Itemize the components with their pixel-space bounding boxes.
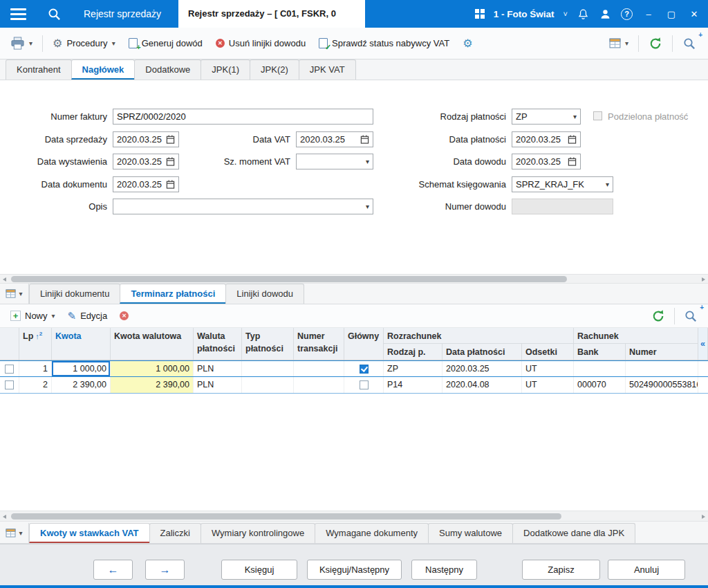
tab-dodatkowe-dane-jpk[interactable]: Dodatkowe dane dla JPK [512,523,635,543]
bottom-view-menu-button[interactable]: ▾ [0,523,29,543]
document-tab[interactable]: Rejestr sprzedaży – [ C01, FSKR, 0 [178,0,365,28]
tab-dodatkowe[interactable]: Dodatkowe [134,59,201,80]
header-bank[interactable]: Bank [574,344,626,360]
sz-moment-vat-select[interactable]: ▾ [296,154,373,169]
cell-rodzaj-p[interactable]: ZP [384,361,442,376]
header-lp[interactable]: Lp↑2 [19,328,52,360]
detail-view-menu-button[interactable]: ▾ [0,284,29,304]
search-plus-button[interactable]: + [679,34,700,53]
scrollbar-thumb[interactable] [11,276,567,282]
header-kwota[interactable]: Kwota [52,328,111,360]
previous-record-button[interactable]: ← [93,560,133,580]
header-odsetki[interactable]: Odsetki [522,344,574,360]
cell-numer-transakcji[interactable] [294,361,344,376]
cell-typ[interactable] [242,377,294,393]
data-dokumentu-datepicker[interactable]: 2020.03.25 [113,176,179,192]
header-numer-transakcji[interactable]: Numer transakcji [294,328,344,360]
data-vat-datepicker[interactable]: 2020.03.25 [296,131,373,147]
cell-typ[interactable] [242,361,294,376]
rodzaj-platnosci-select[interactable]: ZP ▾ [512,109,581,125]
tab-kontrahent[interactable]: Kontrahent [6,59,72,80]
glowny-checkbox[interactable] [360,365,369,374]
cell-numer-transakcji[interactable] [294,377,344,393]
header-waluta-platnosci[interactable]: Waluta płatności [194,328,242,360]
tab-zaliczki[interactable]: Zaliczki [149,523,201,543]
tab-wymiary-kontrolingowe[interactable]: Wymiary kontrolingowe [201,523,315,543]
glowny-checkbox[interactable] [360,380,369,389]
cell-glowny[interactable] [344,361,384,376]
tab-wymagane-dokumenty[interactable]: Wymagane dokumenty [315,523,429,543]
cell-select[interactable] [0,361,19,376]
header-group-rachunek[interactable]: Rachunek [574,328,698,344]
grid-refresh-button[interactable] [648,306,669,326]
scroll-left-arrow[interactable] [0,275,10,284]
scroll-left-arrow[interactable] [0,512,10,521]
cell-kwota-walutowa[interactable]: 2 390,00 [111,377,194,393]
cell-waluta[interactable]: PLN [194,377,242,393]
header-glowny[interactable]: Główny [344,328,384,360]
cell-data-platnosci[interactable]: 2020.03.25 [442,361,522,376]
cell-kwota-walutowa[interactable]: 1 000,00 [111,361,194,376]
schemat-ksiegowania-select[interactable]: SPRZ_KRAJ_FK ▾ [512,176,613,192]
data-dowodu-datepicker[interactable]: 2020.03.25 [512,154,581,169]
tab-jpkvat[interactable]: JPK VAT [299,59,356,80]
nowy-button[interactable]: + Nowy ▾ [7,308,59,324]
table-row[interactable]: 1 1 000,00 1 000,00 PLN ZP 2020.03.25 UT [0,360,708,377]
refresh-button[interactable] [645,34,666,53]
procedury-dropdown[interactable]: ⚙ Procedury ▾ [49,35,119,52]
cell-numer[interactable] [626,361,698,376]
cell-glowny[interactable] [344,377,384,393]
edycja-button[interactable]: ✎ Edycja [64,308,111,324]
scrollbar-thumb[interactable] [11,513,561,520]
cell-bank[interactable] [574,361,626,376]
tab-jpk1[interactable]: JPK(1) [201,59,250,80]
data-sprzedazy-datepicker[interactable]: 2020.03.25 [113,131,179,147]
header-kwota-walutowa[interactable]: Kwota walutowa [111,328,194,360]
cell-lp[interactable]: 2 [19,377,52,393]
company-selector[interactable]: 1 - Foto Świat [494,9,555,19]
minimize-button[interactable]: – [642,9,655,19]
scroll-right-arrow[interactable] [698,275,708,284]
cell-lp[interactable]: 1 [19,361,52,376]
notifications-bell-icon[interactable] [577,8,590,21]
row-select-checkbox[interactable] [5,380,14,389]
cell-odsetki[interactable]: UT [522,361,574,376]
cell-odsetki[interactable]: UT [522,377,574,393]
maximize-button[interactable]: ▢ [664,9,678,19]
cell-select[interactable] [0,377,19,393]
scroll-right-arrow[interactable] [698,512,708,521]
tab-naglowek[interactable]: Nagłówek [71,59,136,80]
ksieguj-button[interactable]: Księguj [221,560,297,580]
cell-data-platnosci[interactable]: 2020.04.08 [442,377,522,393]
settings-gear-button[interactable]: ⚙ [459,35,476,52]
opis-select[interactable]: ▾ [113,199,373,214]
tab-sumy-walutowe[interactable]: Sumy walutowe [428,523,513,543]
close-button[interactable]: ✕ [687,9,701,19]
header-numer[interactable]: Numer [626,344,698,360]
numer-faktury-input[interactable] [113,109,373,125]
next-record-button[interactable]: → [145,560,185,580]
view-options-button[interactable]: ▾ [606,35,632,51]
print-button[interactable]: ▾ [7,34,36,53]
app-tab-label[interactable]: Rejestr sprzedaży [84,8,161,19]
tab-jpk2[interactable]: JPK(2) [250,59,299,80]
apps-grid-icon[interactable] [475,9,485,19]
tab-linijki-dokumentu[interactable]: Linijki dokumentu [29,284,120,304]
collapse-panel-icon[interactable]: « [698,328,708,360]
tab-terminarz-platnosci[interactable]: Terminarz płatności [120,284,226,304]
chevron-down-icon[interactable]: ˅ [563,10,568,18]
sprawdz-vat-button[interactable]: ✓ Sprawdź status nabywcy VAT [315,35,453,51]
cell-numer[interactable]: 5024900005538166 [626,377,698,393]
nastepny-button[interactable]: Następny [411,560,477,580]
cell-rodzaj-p[interactable]: P14 [384,377,442,393]
help-icon[interactable]: ? [621,8,633,20]
podzielona-platnosc-checkbox[interactable] [593,111,602,120]
cell-waluta[interactable]: PLN [194,361,242,376]
cell-bank[interactable]: 000070 [574,377,626,393]
header-rodzaj-p[interactable]: Rodzaj p. [384,344,442,360]
grid-search-button[interactable]: + [680,306,701,326]
cell-kwota[interactable]: 2 390,00 [52,377,111,393]
table-row[interactable]: 2 2 390,00 2 390,00 PLN P14 2020.04.08 U… [0,377,708,394]
usun-linijki-button[interactable]: ✕ Usuń linijki dowodu [212,35,309,51]
cell-kwota[interactable]: 1 000,00 [52,361,111,376]
